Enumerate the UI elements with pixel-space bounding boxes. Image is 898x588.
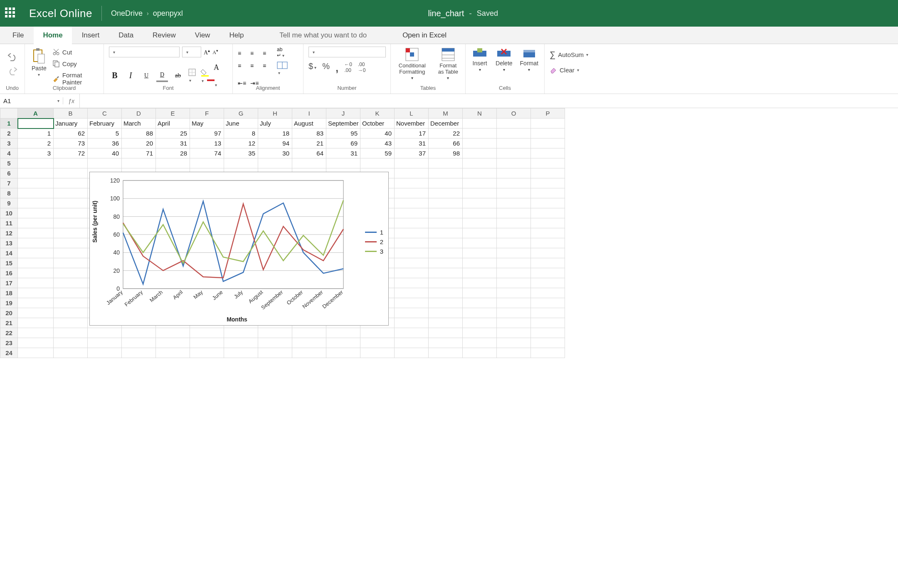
- column-header[interactable]: B: [54, 109, 88, 119]
- app-launcher-icon[interactable]: [5, 7, 17, 19]
- cell[interactable]: [54, 268, 88, 278]
- cell[interactable]: [463, 308, 497, 318]
- row-header[interactable]: 10: [0, 208, 18, 218]
- cell[interactable]: [497, 148, 531, 158]
- cell[interactable]: [395, 348, 429, 358]
- tab-review[interactable]: Review: [143, 27, 185, 44]
- row-header[interactable]: 19: [0, 298, 18, 308]
- comma-button[interactable]: ,: [336, 62, 338, 74]
- cell[interactable]: [497, 119, 531, 128]
- cell[interactable]: [497, 188, 531, 198]
- cell[interactable]: 35: [224, 148, 258, 158]
- column-header[interactable]: I: [292, 109, 326, 119]
- currency-button[interactable]: $: [308, 62, 316, 74]
- cell[interactable]: [497, 298, 531, 308]
- fx-icon[interactable]: ƒx: [63, 94, 80, 108]
- align-middle-icon[interactable]: ≡: [250, 50, 260, 60]
- cell[interactable]: [395, 168, 429, 178]
- cell[interactable]: 95: [326, 128, 360, 138]
- cell[interactable]: [395, 228, 429, 238]
- row-header[interactable]: 14: [0, 248, 18, 258]
- cell[interactable]: [88, 348, 122, 358]
- cell[interactable]: [18, 218, 54, 228]
- cell[interactable]: [18, 188, 54, 198]
- select-all-corner[interactable]: [0, 109, 18, 119]
- cell[interactable]: 31: [156, 138, 190, 148]
- cell[interactable]: 18: [258, 128, 292, 138]
- cell[interactable]: [497, 178, 531, 188]
- cell[interactable]: 31: [395, 138, 429, 148]
- cell[interactable]: [54, 168, 88, 178]
- cell[interactable]: [224, 158, 258, 168]
- cell[interactable]: [463, 298, 497, 308]
- cell[interactable]: [224, 348, 258, 358]
- cell[interactable]: 59: [360, 148, 395, 158]
- cell[interactable]: 8: [224, 128, 258, 138]
- cell[interactable]: [18, 119, 54, 128]
- cell[interactable]: [292, 348, 326, 358]
- row-header[interactable]: 18: [0, 288, 18, 298]
- cell[interactable]: July: [258, 119, 292, 128]
- cell[interactable]: 72: [54, 148, 88, 158]
- cell[interactable]: 2: [18, 138, 54, 148]
- italic-button[interactable]: I: [125, 69, 136, 82]
- cell[interactable]: [463, 348, 497, 358]
- cell[interactable]: [497, 258, 531, 268]
- cell[interactable]: 22: [429, 128, 463, 138]
- cell[interactable]: [326, 328, 360, 338]
- cell[interactable]: [497, 288, 531, 298]
- cell[interactable]: [531, 208, 565, 218]
- cell[interactable]: November: [395, 119, 429, 128]
- cell[interactable]: [463, 238, 497, 248]
- cell[interactable]: [531, 288, 565, 298]
- cell[interactable]: [531, 128, 565, 138]
- cell[interactable]: 21: [292, 138, 326, 148]
- cell[interactable]: [429, 278, 463, 288]
- cell[interactable]: [224, 328, 258, 338]
- cell[interactable]: [122, 158, 156, 168]
- cell[interactable]: [18, 348, 54, 358]
- align-top-icon[interactable]: ≡: [238, 50, 248, 60]
- row-header[interactable]: 5: [0, 158, 18, 168]
- cell[interactable]: [463, 148, 497, 158]
- cell[interactable]: 1: [18, 128, 54, 138]
- cell[interactable]: 3: [18, 148, 54, 158]
- name-box[interactable]: A1 ▾: [0, 97, 63, 104]
- row-header[interactable]: 2: [0, 128, 18, 138]
- cell[interactable]: [429, 188, 463, 198]
- open-in-excel-button[interactable]: Open in Excel: [393, 27, 456, 44]
- cell[interactable]: [429, 288, 463, 298]
- cell[interactable]: [395, 188, 429, 198]
- format-painter-button[interactable]: Format Painter: [52, 71, 99, 86]
- cell[interactable]: [54, 178, 88, 188]
- cell[interactable]: [531, 248, 565, 258]
- cell[interactable]: [463, 328, 497, 338]
- font-color-button[interactable]: A: [214, 63, 219, 88]
- cell[interactable]: [531, 148, 565, 158]
- cell[interactable]: [395, 298, 429, 308]
- cell[interactable]: [190, 328, 224, 338]
- cell[interactable]: May: [190, 119, 224, 128]
- cell[interactable]: August: [292, 119, 326, 128]
- cell[interactable]: 88: [122, 128, 156, 138]
- cell[interactable]: [326, 158, 360, 168]
- grow-font-icon[interactable]: A▴: [204, 48, 210, 56]
- cell[interactable]: [531, 318, 565, 328]
- cell[interactable]: [429, 298, 463, 308]
- cell[interactable]: 17: [395, 128, 429, 138]
- row-header[interactable]: 20: [0, 308, 18, 318]
- cell[interactable]: 71: [122, 148, 156, 158]
- cell[interactable]: [497, 158, 531, 168]
- cell[interactable]: [88, 158, 122, 168]
- cell[interactable]: [122, 348, 156, 358]
- cut-button[interactable]: Cut: [52, 47, 99, 57]
- tell-me-search[interactable]: Tell me what you want to do: [270, 27, 376, 44]
- number-format-select[interactable]: [308, 47, 386, 57]
- row-header[interactable]: 23: [0, 338, 18, 348]
- cell[interactable]: [531, 348, 565, 358]
- cell[interactable]: March: [122, 119, 156, 128]
- paste-button[interactable]: Paste ▾: [30, 47, 48, 78]
- cell[interactable]: [18, 338, 54, 348]
- cell[interactable]: 69: [326, 138, 360, 148]
- cell[interactable]: 36: [88, 138, 122, 148]
